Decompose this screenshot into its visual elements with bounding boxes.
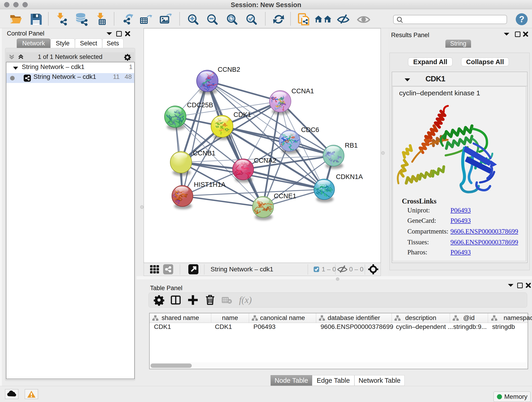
svg-text:CDKN1A: CDKN1A [336, 173, 363, 180]
svg-text:?: ? [519, 14, 524, 24]
svg-text:CCNA2: CCNA2 [254, 157, 276, 164]
svg-text:CDK1: CDK1 [234, 111, 251, 118]
svg-text:CDC6: CDC6 [301, 126, 319, 133]
svg-text:f(x): f(x) [239, 295, 252, 305]
svg-text:CCNE1: CCNE1 [274, 192, 296, 200]
svg-text:CCNB1: CCNB1 [193, 149, 215, 157]
svg-text:CCNA1: CCNA1 [291, 87, 314, 95]
svg-text:CDC25B: CDC25B [187, 101, 213, 109]
svg-text:CCNB2: CCNB2 [218, 66, 240, 73]
svg-text:RB1: RB1 [345, 142, 358, 149]
svg-text:HIST1H1A: HIST1H1A [194, 181, 226, 188]
